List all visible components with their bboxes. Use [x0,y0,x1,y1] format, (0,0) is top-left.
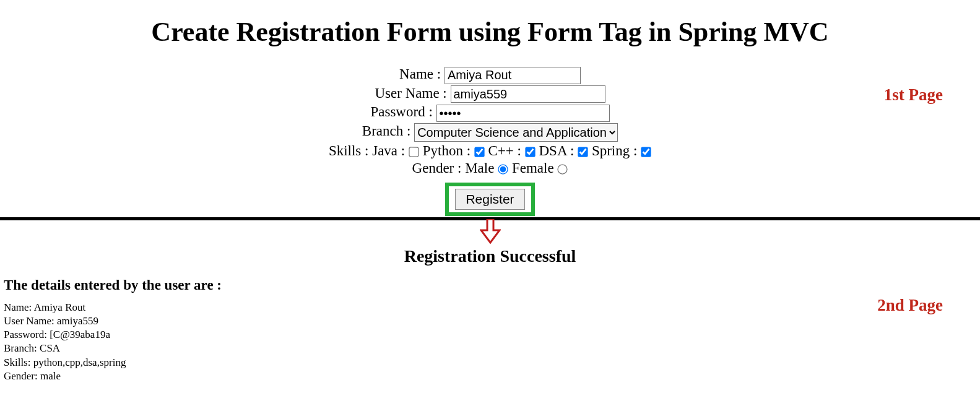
username-row: User Name : [329,85,651,103]
registration-form: Name : User Name : Password : Branch : C… [329,65,651,217]
details-block: Name: Amiya Rout User Name: amiya559 Pas… [4,301,980,383]
register-highlight-box: Register [445,183,534,216]
details-heading: The details entered by the user are : [4,277,980,293]
skill-java-checkbox[interactable] [409,147,418,157]
skills-row: Skills : Java : Python : C++ : DSA : Spr… [329,143,651,159]
username-label: User Name : [375,85,447,101]
gender-female-radio[interactable] [558,165,568,175]
skill-python-checkbox[interactable] [474,147,484,157]
skill-cpp-label: C++ : [488,143,521,158]
detail-line: Branch: CSA [4,342,980,355]
arrow-down-icon [480,219,501,244]
register-button[interactable]: Register [455,189,524,210]
detail-line: Gender: male [4,369,980,383]
branch-select[interactable]: Computer Science and Application [414,123,618,142]
skill-dsa-checkbox[interactable] [578,147,588,157]
gender-male-radio[interactable] [498,165,508,175]
detail-line: User Name: amiya559 [4,314,980,328]
gender-male-label: Male [465,160,494,176]
skill-java-label: Java : [372,143,405,158]
name-label: Name : [399,66,441,82]
detail-line: Password: [C@39aba19a [4,328,980,342]
gender-label: Gender : [412,160,462,176]
page-1: Create Registration Form using Form Tag … [0,0,980,217]
username-input[interactable] [451,85,605,103]
detail-line: Name: Amiya Rout [4,301,980,314]
down-arrow [0,219,980,246]
skill-spring-checkbox[interactable] [641,147,651,157]
register-row: Register [329,178,651,216]
annotation-2nd-page: 2nd Page [877,296,943,315]
detail-line: Skills: python,cpp,dsa,spring [4,356,980,369]
branch-row: Branch : Computer Science and Applicatio… [329,123,651,142]
name-row: Name : [329,66,651,84]
success-title: Registration Successful [0,246,980,266]
gender-female-label: Female [512,160,554,176]
password-input[interactable] [436,105,610,122]
password-row: Password : [329,104,651,122]
page-title: Create Registration Form using Form Tag … [0,16,980,48]
branch-label: Branch : [362,123,411,139]
skill-spring-label: Spring : [592,143,637,158]
password-label: Password : [370,104,432,120]
page-2: Registration Successful The details ente… [0,246,980,383]
skill-dsa-label: DSA : [539,143,574,158]
annotation-1st-page: 1st Page [884,85,943,105]
skills-label: Skills : [329,143,369,159]
skill-cpp-checkbox[interactable] [525,147,535,157]
skill-python-label: Python : [423,143,470,158]
name-input[interactable] [444,67,581,84]
gender-row: Gender : Male Female [329,160,651,176]
